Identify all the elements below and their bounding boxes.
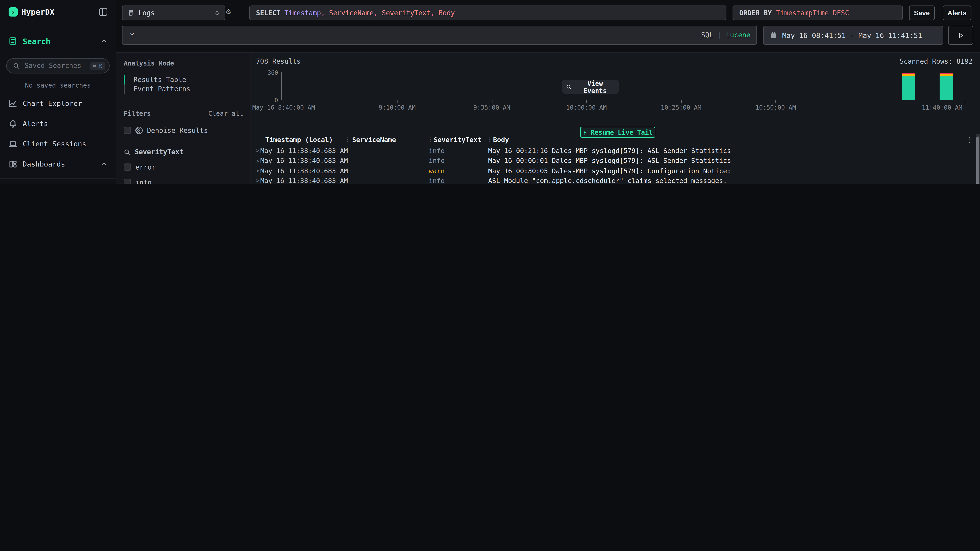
search-icon <box>13 62 20 69</box>
analysis-mode-label: Results Table <box>134 76 186 84</box>
filter-option-error[interactable]: error <box>116 163 250 171</box>
orderby-value: TimestampTime DESC <box>776 9 849 17</box>
save-button[interactable]: Save <box>909 5 935 20</box>
chevron-up-icon[interactable] <box>101 161 107 167</box>
cell-severity: info <box>429 147 488 155</box>
col-servicename[interactable]: ServiceName <box>352 136 396 144</box>
view-events-button[interactable]: View Events <box>562 79 619 94</box>
analysis-mode-event-patterns[interactable]: Event Patterns <box>124 84 243 94</box>
source-settings-gear-icon[interactable]: ⚙ <box>226 7 231 15</box>
saved-searches-box[interactable]: ⌘ K <box>6 58 110 73</box>
cell-body: May 16 00:21:16 Dales-MBP syslogd[579]: … <box>488 147 975 155</box>
results-histogram: View Events 0360May 16 8:40:00 AM9:10:00… <box>251 52 980 109</box>
bar-segment-info <box>939 76 953 100</box>
analysis-mode-label: Analysis Mode <box>116 59 250 67</box>
col-timestamp[interactable]: Timestamp (Local) <box>265 136 333 144</box>
x-tick <box>283 100 284 103</box>
mode-lucene[interactable]: Lucene <box>726 31 750 39</box>
denoise-checkbox-row[interactable]: Denoise Results <box>116 126 250 135</box>
filter-panel: Analysis Mode Results TableEvent Pattern… <box>116 52 251 184</box>
filter-option-label: info <box>135 179 152 184</box>
x-tick-label: May 16 8:40:00 AM <box>252 104 315 111</box>
filter-option-label: error <box>135 163 156 171</box>
time-range-picker[interactable]: May 16 08:41:51 - May 16 11:41:51 <box>763 26 943 45</box>
view-events-label: View Events <box>575 79 615 94</box>
severity-group-header: SeverityText <box>116 148 250 156</box>
checkbox[interactable] <box>124 179 131 184</box>
analysis-mode-label: Event Patterns <box>134 85 190 93</box>
chart-icon <box>9 99 17 108</box>
x-tick-label: 9:35:00 AM <box>473 104 510 111</box>
sidebar-item-dashboards[interactable]: Dashboards <box>0 157 116 171</box>
col-separator[interactable]: ⋮ <box>428 137 433 143</box>
table-row[interactable]: >May 16 11:38:40.683 AMinfoASL Module "c… <box>251 176 975 184</box>
hyperdx-logo-icon: ⚡ <box>9 7 18 16</box>
select-field-token: ServiceName <box>325 9 374 17</box>
col-severitytext[interactable]: SeverityText <box>434 136 481 144</box>
comma-token: , <box>430 9 434 17</box>
col-separator[interactable]: ⋮ <box>345 137 350 143</box>
source-select[interactable]: Logs <box>122 5 225 20</box>
x-tick <box>965 100 966 103</box>
histogram-bar[interactable] <box>939 73 953 100</box>
sidebar: ⚡ HyperDX Search ⌘ K No saved searches C… <box>0 0 116 184</box>
vertical-scrollbar-thumb[interactable] <box>976 137 979 184</box>
saved-searches-input[interactable] <box>23 61 86 70</box>
table-header: Timestamp (Local) ⋮ ServiceName ⋮ Severi… <box>251 136 975 145</box>
row-expand-icon: > <box>251 158 260 164</box>
no-saved-searches-text: No saved searches <box>0 81 116 89</box>
search-query-box[interactable]: SQL | Lucene <box>122 26 757 45</box>
checkbox[interactable] <box>124 164 131 171</box>
x-tick <box>492 100 492 103</box>
filter-option-info[interactable]: info <box>116 178 250 184</box>
table-options-icon[interactable]: ⋮ <box>966 136 973 144</box>
histogram-bar[interactable] <box>901 73 915 100</box>
query-language-toggle: SQL | Lucene <box>701 31 750 39</box>
order-by-input[interactable]: ORDER BY TimestampTime DESC <box>733 5 903 20</box>
table-row[interactable]: >May 16 11:38:40.683 AMinfoMay 16 00:21:… <box>251 146 975 156</box>
denoise-checkbox[interactable] <box>124 127 131 134</box>
table-row[interactable]: >May 16 11:38:40.683 AMwarnMay 16 00:30:… <box>251 166 975 176</box>
cell-body: May 16 00:30:05 Dales-MBP syslogd[579]: … <box>488 167 975 175</box>
active-indicator <box>124 84 125 94</box>
row-expand-icon: > <box>251 148 260 154</box>
dashboards-subsection: + Create Dashboard ⌘ K No saved dashboar… <box>0 178 116 184</box>
sidebar-item-label: Dashboards <box>23 160 65 168</box>
sidebar-item-label: Alerts <box>23 119 48 128</box>
bar-segment-warn <box>939 74 953 76</box>
clear-all-link[interactable]: Clear all <box>208 110 243 117</box>
bell-icon <box>9 119 17 128</box>
x-tick-label: 11:40:00 AM <box>922 104 963 111</box>
create-dashboard-button[interactable]: + Create Dashboard <box>0 183 116 184</box>
sidebar-collapse-icon[interactable] <box>99 8 107 16</box>
cell-severity: warn <box>429 167 488 175</box>
run-query-button[interactable] <box>948 26 973 45</box>
chevron-up-icon[interactable] <box>101 38 107 44</box>
table-row[interactable]: >May 16 11:38:40.683 AMinfoMay 16 00:06:… <box>251 156 975 166</box>
search-query-input[interactable] <box>129 30 701 40</box>
select-fields: Timestamp, ServiceName, SeverityText, Bo… <box>280 9 455 17</box>
bar-segment-warn <box>901 74 915 76</box>
cell-severity: info <box>429 177 488 184</box>
x-tick <box>397 100 398 103</box>
filters-label: Filters <box>124 110 151 117</box>
vertical-scrollbar[interactable] <box>976 134 980 184</box>
sidebar-item-chart-explorer[interactable]: Chart Explorer <box>0 97 116 110</box>
analysis-mode-results-table[interactable]: Results Table <box>124 75 243 84</box>
col-body[interactable]: Body <box>493 136 509 144</box>
mode-sql[interactable]: SQL <box>701 31 713 39</box>
sidebar-item-client-sessions[interactable]: Client Sessions <box>0 137 116 151</box>
laptop-icon <box>9 140 17 148</box>
y-axis <box>281 71 282 100</box>
col-separator[interactable]: ⋮ <box>487 137 492 143</box>
select-field-token: Timestamp <box>280 9 321 17</box>
sidebar-item-search[interactable]: Search <box>9 34 107 48</box>
alerts-button[interactable]: Alerts <box>943 5 971 20</box>
y-tick-label: 360 <box>260 69 278 76</box>
select-clause-input[interactable]: SELECT Timestamp, ServiceName, SeverityT… <box>249 5 726 20</box>
row-expand-icon: > <box>251 178 260 184</box>
search-icon <box>124 149 130 155</box>
main-content: 708 Results Scanned Rows: 8192 View Even… <box>251 52 980 184</box>
sidebar-item-alerts[interactable]: Alerts <box>0 117 116 130</box>
x-tick <box>776 100 776 103</box>
